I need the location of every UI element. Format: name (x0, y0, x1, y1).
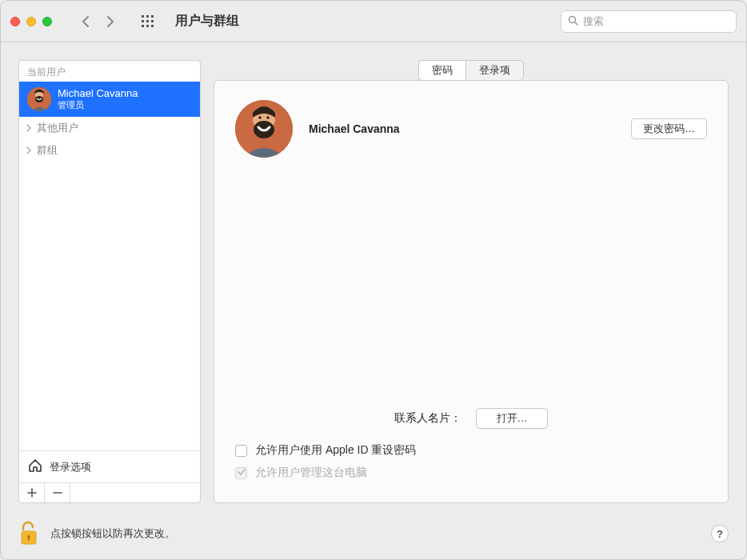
checkbox-label: 允许用户使用 Apple ID 重设密码 (255, 443, 416, 458)
lock-hint-text: 点按锁按钮以防再次更改。 (50, 526, 175, 541)
login-options-button[interactable]: 登录选项 (19, 450, 200, 482)
allow-apple-id-reset-row[interactable]: 允许用户使用 Apple ID 重设密码 (235, 443, 707, 458)
current-user-header: 当前用户 (19, 61, 200, 82)
tabs: 密码 登录项 (214, 60, 729, 81)
zoom-window-button[interactable] (42, 17, 52, 26)
sidebar-item-groups[interactable]: 群组 (19, 139, 200, 162)
users-list: 当前用户 Michael Cavanna (19, 61, 200, 450)
svg-rect-7 (146, 25, 149, 27)
minus-icon (53, 488, 62, 498)
chevron-right-icon (26, 145, 32, 157)
svg-point-17 (258, 116, 262, 119)
sidebar-item-label: 其他用户 (37, 121, 78, 135)
avatar (27, 87, 51, 111)
users-sidebar: 当前用户 Michael Cavanna (18, 60, 201, 503)
search-icon (568, 14, 578, 29)
svg-line-10 (575, 22, 578, 25)
sidebar-user-role: 管理员 (58, 100, 138, 110)
content-body: 当前用户 Michael Cavanna (1, 42, 746, 513)
user-avatar-large[interactable] (235, 100, 293, 158)
sidebar-item-other-users[interactable]: 其他用户 (19, 117, 200, 139)
svg-rect-4 (146, 20, 149, 22)
svg-rect-8 (151, 25, 154, 27)
minimize-window-button[interactable] (26, 17, 36, 26)
svg-rect-0 (142, 15, 144, 18)
plus-icon (27, 488, 37, 498)
sidebar-user-name: Michael Cavanna (58, 88, 138, 100)
window-title: 用户与群组 (175, 13, 239, 30)
lock-unlocked-icon[interactable] (18, 521, 41, 546)
close-window-button[interactable] (10, 17, 20, 26)
panel-user-name: Michael Cavanna (309, 122, 400, 135)
main-area: 密码 登录项 (214, 60, 729, 503)
add-user-button[interactable] (19, 483, 45, 502)
contact-card-label: 联系人名片： (394, 411, 461, 426)
traffic-lights (10, 17, 52, 26)
svg-point-18 (266, 116, 270, 119)
sidebar-item-current-user[interactable]: Michael Cavanna 管理员 (19, 82, 200, 117)
svg-rect-2 (151, 15, 154, 18)
footer: 点按锁按钮以防再次更改。 ? (1, 513, 746, 559)
search-field[interactable] (561, 10, 737, 33)
titlebar: 用户与群组 (1, 1, 746, 42)
show-all-prefs-button[interactable] (137, 12, 159, 31)
tab-login-items[interactable]: 登录项 (465, 60, 524, 81)
add-remove-toolbar (19, 482, 200, 502)
contact-card-row: 联系人名片： 打开… (235, 408, 707, 429)
help-button[interactable]: ? (711, 525, 729, 542)
svg-rect-3 (142, 20, 144, 22)
users-groups-window: 用户与群组 当前用户 (0, 0, 747, 560)
forward-button[interactable] (98, 12, 121, 31)
chevron-right-icon (106, 15, 114, 28)
grid-icon (142, 15, 154, 28)
password-panel: Michael Cavanna 更改密码… 联系人名片： 打开… 允许用户使用 … (214, 80, 729, 503)
back-button[interactable] (74, 12, 97, 31)
allow-admin-row: 允许用户管理这台电脑 (235, 466, 707, 480)
checkmark-icon (238, 468, 246, 478)
chevron-right-icon (26, 122, 32, 134)
house-icon (27, 458, 43, 476)
tab-password[interactable]: 密码 (418, 60, 465, 81)
login-options-label: 登录选项 (50, 460, 91, 474)
checkbox-unchecked[interactable] (235, 445, 247, 457)
svg-rect-6 (142, 25, 144, 27)
svg-rect-1 (146, 15, 149, 18)
open-contact-card-button[interactable]: 打开… (476, 408, 548, 429)
search-input[interactable] (583, 15, 729, 27)
nav-back-forward (74, 12, 121, 31)
checkbox-label: 允许用户管理这台电脑 (255, 466, 367, 480)
change-password-button[interactable]: 更改密码… (631, 118, 707, 139)
chevron-left-icon (82, 15, 90, 28)
svg-rect-22 (28, 537, 30, 541)
panel-header: Michael Cavanna 更改密码… (235, 100, 707, 158)
remove-user-button[interactable] (45, 483, 70, 502)
sidebar-item-label: 群组 (37, 143, 58, 158)
svg-rect-5 (151, 20, 154, 22)
checkbox-checked-disabled (235, 467, 247, 479)
